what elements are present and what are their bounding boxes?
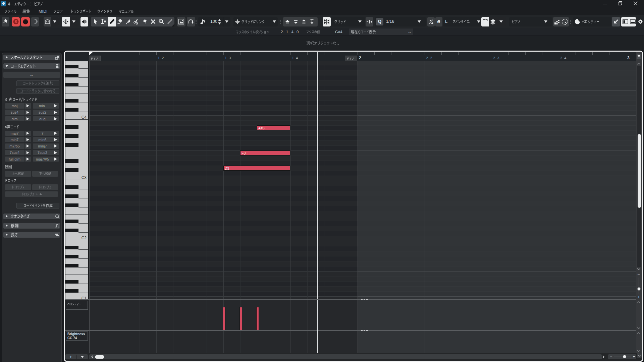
svg-text:S: S	[14, 19, 17, 24]
